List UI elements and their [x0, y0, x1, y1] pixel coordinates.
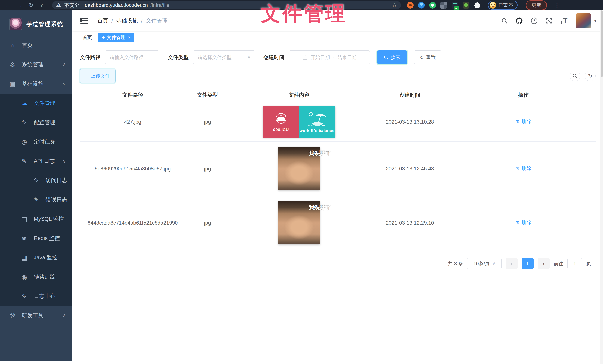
- end-date-placeholder[interactable]: 结束日期: [337, 54, 357, 61]
- logo-avatar: [10, 18, 22, 30]
- page-size-select[interactable]: 10条/页 ∨: [467, 258, 502, 269]
- breadcrumb-home[interactable]: 首页: [97, 17, 108, 24]
- app-frame: 芋道管理系统 ⌂ 首页 ⚙ 系统管理 ∨ ▣ 基础设施 ∧ ☁ 文件管理: [0, 10, 603, 364]
- col-create-time: 创建时间: [369, 88, 451, 102]
- cell-file-path: 5e8609290e915c4fa8b08e67.jpg: [80, 142, 186, 196]
- sidebar-item-config-manage[interactable]: ✎ 配置管理: [0, 113, 72, 132]
- user-menu[interactable]: ▾: [576, 13, 596, 28]
- delete-button[interactable]: 删除: [515, 219, 531, 226]
- blue-pin-extension-icon[interactable]: [418, 2, 425, 9]
- breadcrumb-infra[interactable]: 基础设施: [116, 17, 138, 24]
- prev-page-button[interactable]: ‹: [506, 258, 518, 269]
- sidebar-item-log-center[interactable]: ✎ 日志中心: [0, 287, 72, 306]
- browser-menu-icon[interactable]: ⋮: [554, 2, 560, 9]
- chevron-down-icon: ∨: [62, 313, 65, 318]
- vpn-on-badge: on: [454, 7, 459, 10]
- delete-button[interactable]: 删除: [515, 118, 531, 125]
- tag-home[interactable]: 首页: [79, 33, 96, 42]
- header-search-icon[interactable]: [500, 17, 509, 25]
- table-row: 8448cada8c714e4ab61f521c8da21990 jpg 我裂开…: [80, 196, 596, 250]
- sidebar-item-label: 研发工具: [22, 312, 44, 319]
- worklife-panel: work-life balance: [299, 106, 335, 137]
- browser-chrome: ← → ↻ ⌂ ! 不安全 dashboard.yudao.iocoder.cn…: [0, 0, 603, 10]
- sidebar-menu: ⌂ 首页 ⚙ 系统管理 ∨ ▣ 基础设施 ∧ ☁ 文件管理 ✎ 配置管: [0, 36, 72, 361]
- refresh-table-button[interactable]: ↻: [585, 70, 596, 81]
- file-path-input[interactable]: [110, 55, 155, 60]
- delete-button[interactable]: 删除: [515, 165, 531, 172]
- security-warning-icon[interactable]: !: [56, 3, 62, 8]
- cell-file-type: jpg: [186, 196, 229, 250]
- bookmark-star-icon[interactable]: ☆: [392, 2, 397, 9]
- sidebar-item-api-log[interactable]: ✎ API 日志 ∧: [0, 151, 72, 171]
- 996icu-label: 996.ICU: [273, 127, 289, 132]
- home-icon: ⌂: [8, 42, 17, 49]
- sidebar-item-scheduled-jobs[interactable]: ◷ 定时任务: [0, 132, 72, 151]
- search-button[interactable]: 搜索: [377, 50, 407, 64]
- sidebar-item-label: 日志中心: [34, 293, 55, 300]
- next-page-button[interactable]: ›: [538, 258, 550, 269]
- user-avatar[interactable]: [576, 13, 591, 28]
- leaf-extension-icon[interactable]: [463, 2, 469, 9]
- browser-forward-icon[interactable]: →: [15, 1, 24, 9]
- sidebar-item-infra[interactable]: ▣ 基础设施 ∧: [0, 74, 72, 93]
- file-preview-image[interactable]: 我裂开了: [278, 201, 320, 244]
- sidebar-item-system[interactable]: ⚙ 系统管理 ∨: [0, 55, 72, 74]
- sidebar-item-label: 定时任务: [34, 138, 55, 146]
- fullscreen-icon[interactable]: [545, 17, 553, 25]
- browser-home-icon[interactable]: ⌂: [38, 1, 47, 9]
- sidebar-item-label: 链路追踪: [34, 273, 55, 281]
- trash-icon: [515, 119, 520, 124]
- close-icon[interactable]: ×: [128, 35, 130, 40]
- table-header-row: 文件路径 文件类型 文件内容 创建时间 操作: [80, 88, 596, 102]
- help-icon[interactable]: ?: [530, 17, 538, 25]
- browser-back-icon[interactable]: ←: [3, 1, 13, 9]
- sidebar-item-error-log[interactable]: ✎ 错误日志: [0, 190, 72, 209]
- sidebar-item-redis-monitor[interactable]: ≋ Redis 监控: [0, 229, 72, 248]
- green-circle-extension-icon[interactable]: [429, 2, 436, 9]
- paused-extension-pill[interactable]: 已暂停: [488, 0, 518, 10]
- scrollbar-thumb[interactable]: [601, 10, 603, 77]
- cloud-icon: ☁: [20, 100, 29, 107]
- sidebar-item-dev-tools[interactable]: ⚒ 研发工具 ∨: [0, 306, 72, 325]
- sidebar-item-tracing[interactable]: ◉ 链路追踪: [0, 267, 72, 287]
- sidebar-collapse-icon[interactable]: [80, 17, 88, 24]
- sidebar-item-home[interactable]: ⌂ 首页: [0, 36, 72, 55]
- sidebar-item-label: 基础设施: [22, 80, 44, 88]
- browser-reload-icon[interactable]: ↻: [26, 1, 36, 9]
- sidebar-item-file-manage[interactable]: ☁ 文件管理: [0, 93, 72, 113]
- log-icon: ✎: [32, 177, 40, 184]
- goto-page-input[interactable]: [567, 258, 582, 269]
- file-path-field[interactable]: [105, 50, 159, 64]
- extensions-puzzle-icon[interactable]: [474, 2, 480, 9]
- sidebar-item-access-log[interactable]: ✎ 访问日志: [0, 171, 72, 190]
- sidebar-logo[interactable]: 芋道管理系统: [0, 10, 72, 36]
- date-range-picker[interactable]: 开始日期 - 结束日期: [289, 50, 370, 64]
- start-date-placeholder[interactable]: 开始日期: [311, 54, 330, 61]
- browser-update-button[interactable]: 更新: [526, 0, 547, 10]
- page-scrollbar[interactable]: [600, 10, 603, 364]
- file-preview-image[interactable]: 我裂开了: [278, 147, 320, 190]
- reset-button[interactable]: ↻ 重置: [414, 50, 441, 64]
- tag-file-manage[interactable]: 文件管理 ×: [98, 33, 134, 42]
- sidebar-item-mysql-monitor[interactable]: ▤ MySQL 监控: [0, 209, 72, 229]
- cell-file-type: jpg: [186, 102, 229, 142]
- upload-file-button[interactable]: + 上传文件: [80, 69, 116, 83]
- current-page-button[interactable]: 1: [522, 258, 533, 269]
- address-bar[interactable]: ! 不安全 dashboard.yudao.iocoder.cn/infra/f…: [52, 1, 401, 9]
- chevron-down-icon: ∨: [492, 261, 495, 266]
- hospital-bed-icon: [274, 112, 288, 126]
- security-label[interactable]: 不安全: [64, 2, 79, 9]
- date-range-separator: -: [333, 55, 335, 60]
- sidebar-item-label: 配置管理: [34, 119, 55, 126]
- vpn-extension-icon[interactable]: on: [452, 2, 458, 9]
- file-type-select[interactable]: 请选择文件类型 ∨: [193, 50, 255, 64]
- github-icon[interactable]: [515, 17, 523, 25]
- tag-label: 文件管理: [107, 34, 125, 40]
- sidebar-item-java-monitor[interactable]: ▦ Java 监控: [0, 248, 72, 267]
- cell-actions: 删除: [451, 102, 596, 142]
- font-size-icon[interactable]: TT: [560, 17, 568, 25]
- file-preview-image[interactable]: 996.ICU work-life balance: [263, 106, 335, 137]
- grid-extension-icon[interactable]: [440, 2, 447, 9]
- toggle-search-button[interactable]: [569, 70, 580, 81]
- orange-ring-extension-icon[interactable]: [407, 2, 414, 9]
